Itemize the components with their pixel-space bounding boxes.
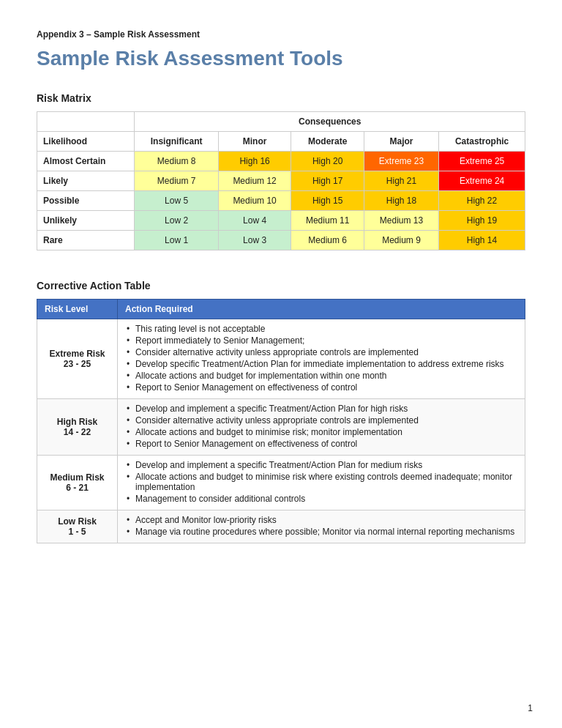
matrix-cell: High 20 <box>291 152 364 171</box>
matrix-cell: Low 2 <box>135 211 218 231</box>
likelihood-cell: Rare <box>37 231 135 250</box>
matrix-cell: Medium 9 <box>364 231 438 250</box>
matrix-cell: Extreme 23 <box>364 152 438 171</box>
action-cell: Accept and Monitor low-priority risksMan… <box>118 510 525 543</box>
action-item: Management to consider additional contro… <box>125 494 517 504</box>
likelihood-cell: Possible <box>37 191 135 211</box>
risk-level-cell: Extreme Risk23 - 25 <box>37 319 118 399</box>
matrix-cell: High 17 <box>291 171 364 191</box>
matrix-cell: Medium 6 <box>291 231 364 250</box>
col-insignificant: Insignificant <box>135 132 218 152</box>
matrix-cell: High 19 <box>439 211 525 231</box>
col-minor: Minor <box>218 132 291 152</box>
page-title: Sample Risk Assessment Tools <box>37 47 525 70</box>
matrix-cell: Medium 10 <box>218 191 291 211</box>
risk-matrix-section: Risk Matrix Consequences Likelihood Insi… <box>37 92 525 250</box>
likelihood-cell: Unlikely <box>37 211 135 231</box>
matrix-cell: Medium 13 <box>364 211 438 231</box>
matrix-cell: Low 3 <box>218 231 291 250</box>
risk-matrix-title: Risk Matrix <box>37 92 525 104</box>
matrix-cell: Medium 7 <box>135 171 218 191</box>
matrix-row: PossibleLow 5Medium 10High 15High 18High… <box>37 191 525 211</box>
matrix-cell: Medium 11 <box>291 211 364 231</box>
matrix-cell: High 22 <box>439 191 525 211</box>
matrix-row: Almost CertainMedium 8High 16High 20Extr… <box>37 152 525 171</box>
action-cell: Develop and implement a specific Treatme… <box>118 456 525 510</box>
risk-level-cell: Low Risk1 - 5 <box>37 510 118 543</box>
action-item: Develop specific Treatment/Action Plan f… <box>125 359 517 369</box>
matrix-cell: Low 5 <box>135 191 218 211</box>
action-item: Report immediately to Senior Management; <box>125 335 517 346</box>
matrix-cell: High 18 <box>364 191 438 211</box>
likelihood-header: Likelihood <box>37 132 135 152</box>
col-moderate: Moderate <box>291 132 364 152</box>
corrective-row: Low Risk1 - 5Accept and Monitor low-prio… <box>37 510 525 543</box>
corrective-table: Risk Level Action Required Extreme Risk2… <box>37 299 525 543</box>
corrective-row: Medium Risk6 - 21Develop and implement a… <box>37 456 525 510</box>
action-item: This rating level is not acceptable <box>125 324 517 334</box>
matrix-cell: Extreme 24 <box>439 171 525 191</box>
action-item: Allocate actions and budget for implemen… <box>125 371 517 381</box>
col-catastrophic: Catastrophic <box>439 132 525 152</box>
corrective-row: Extreme Risk23 - 25This rating level is … <box>37 319 525 399</box>
matrix-row: LikelyMedium 7Medium 12High 17High 21Ext… <box>37 171 525 191</box>
corrective-header-action: Action Required <box>118 300 525 319</box>
action-item: Report to Senior Management on effective… <box>125 439 517 449</box>
likelihood-cell: Likely <box>37 171 135 191</box>
matrix-cell: Low 1 <box>135 231 218 250</box>
risk-level-cell: High Risk14 - 22 <box>37 399 118 456</box>
matrix-cell: Medium 12 <box>218 171 291 191</box>
page-number: 1 <box>528 703 533 713</box>
consequences-header: Consequences <box>135 112 525 132</box>
action-cell: Develop and implement a specific Treatme… <box>118 399 525 456</box>
matrix-cell: High 14 <box>439 231 525 250</box>
action-cell: This rating level is not acceptableRepor… <box>118 319 525 399</box>
matrix-cell: High 21 <box>364 171 438 191</box>
matrix-cell: Medium 8 <box>135 152 218 171</box>
matrix-row: RareLow 1Low 3Medium 6Medium 9High 14 <box>37 231 525 250</box>
action-item: Manage via routine procedures where poss… <box>125 527 517 537</box>
risk-matrix-table: Consequences Likelihood Insignificant Mi… <box>37 111 525 250</box>
action-item: Report to Senior Management on effective… <box>125 382 517 393</box>
appendix-label: Appendix 3 – Sample Risk Assessment <box>37 29 525 40</box>
matrix-cell: High 15 <box>291 191 364 211</box>
action-item: Accept and Monitor low-priority risks <box>125 515 517 525</box>
action-item: Consider alternative activity unless app… <box>125 415 517 426</box>
action-item: Allocate actions and budget to minimise … <box>125 427 517 437</box>
corrective-table-title: Corrective Action Table <box>37 280 525 291</box>
action-item: Develop and implement a specific Treatme… <box>125 404 517 414</box>
matrix-cell: Extreme 25 <box>439 152 525 171</box>
action-item: Allocate actions and budget to minimise … <box>125 472 517 492</box>
col-major: Major <box>364 132 438 152</box>
matrix-row: UnlikelyLow 2Low 4Medium 11Medium 13High… <box>37 211 525 231</box>
corner-cell <box>37 112 135 132</box>
action-item: Develop and implement a specific Treatme… <box>125 460 517 470</box>
matrix-cell: High 16 <box>218 152 291 171</box>
matrix-cell: Low 4 <box>218 211 291 231</box>
corrective-header-risklevel: Risk Level <box>37 300 118 319</box>
action-item: Consider alternative activity unless app… <box>125 347 517 357</box>
corrective-row: High Risk14 - 22Develop and implement a … <box>37 399 525 456</box>
corrective-action-section: Corrective Action Table Risk Level Actio… <box>37 280 525 543</box>
risk-level-cell: Medium Risk6 - 21 <box>37 456 118 510</box>
likelihood-cell: Almost Certain <box>37 152 135 171</box>
